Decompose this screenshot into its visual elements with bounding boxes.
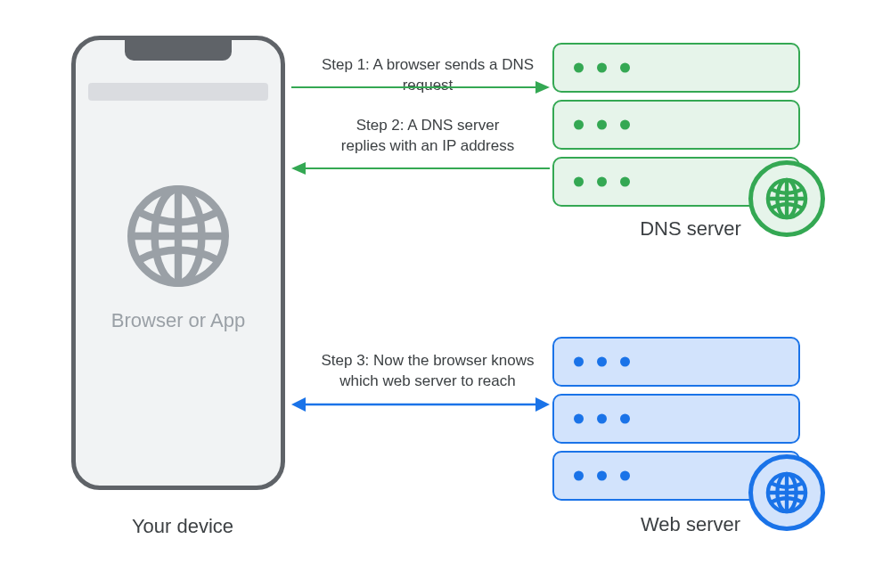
- server-led-icon: [597, 414, 607, 424]
- svg-marker-17: [291, 397, 306, 412]
- server-led-icon: [597, 63, 607, 73]
- server-led-icon: [620, 63, 630, 73]
- step-3-line1: Step 3: Now the browser knows: [321, 352, 534, 369]
- phone-screen-content: Browser or App: [76, 183, 281, 332]
- server-led-icon: [597, 177, 607, 187]
- arrow-step-1-icon: [291, 78, 550, 96]
- device-phone: Browser or App: [71, 36, 285, 490]
- phone-notch: [125, 39, 232, 61]
- step-2-line2: replies with an IP address: [341, 137, 514, 154]
- arrow-step-2-icon: [291, 159, 550, 177]
- web-server-stack: [552, 337, 800, 508]
- server-unit: [552, 337, 800, 387]
- svg-marker-15: [291, 162, 306, 175]
- server-led-icon: [597, 120, 607, 130]
- globe-icon: [125, 183, 232, 290]
- server-led-icon: [574, 414, 584, 424]
- step-3-line2: which web server to reach: [339, 372, 515, 389]
- server-unit: [552, 43, 800, 93]
- server-led-icon: [620, 414, 630, 424]
- step-3-label: Step 3: Now the browser knows which web …: [303, 351, 552, 392]
- step-2-label: Step 2: A DNS server replies with an IP …: [303, 116, 552, 157]
- globe-icon: [765, 177, 808, 220]
- server-led-icon: [620, 357, 630, 367]
- arrow-step-3-icon: [291, 396, 550, 413]
- web-server-caption: Web server: [552, 513, 829, 536]
- server-led-icon: [574, 177, 584, 187]
- server-unit: [552, 394, 800, 444]
- svg-marker-18: [535, 397, 550, 412]
- phone-url-bar: [88, 83, 268, 101]
- server-led-icon: [597, 471, 607, 481]
- server-led-icon: [574, 357, 584, 367]
- server-led-icon: [620, 471, 630, 481]
- step-2-line1: Step 2: A DNS server: [356, 117, 500, 134]
- server-led-icon: [597, 357, 607, 367]
- server-led-icon: [620, 120, 630, 130]
- dns-server-stack: [552, 43, 800, 214]
- globe-icon: [765, 471, 808, 514]
- server-led-icon: [574, 120, 584, 130]
- server-led-icon: [574, 63, 584, 73]
- device-caption: Your device: [71, 515, 294, 538]
- server-led-icon: [574, 471, 584, 481]
- svg-marker-13: [535, 81, 550, 94]
- browser-app-label: Browser or App: [76, 309, 281, 332]
- server-led-icon: [620, 177, 630, 187]
- server-unit: [552, 100, 800, 150]
- dns-server-caption: DNS server: [552, 217, 829, 241]
